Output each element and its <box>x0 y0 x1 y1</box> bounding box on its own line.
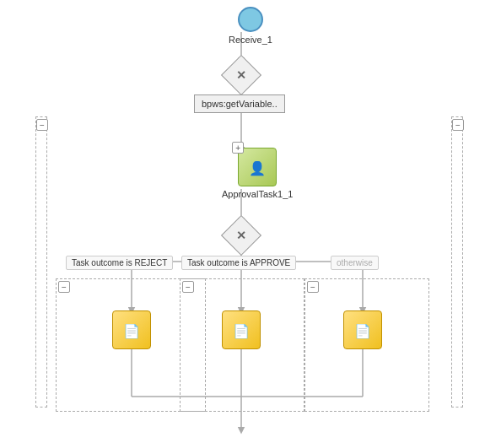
getvariable-rect: bpws:getVariable.. <box>194 94 285 113</box>
left-outer-container: − <box>35 116 47 408</box>
diamond1-node[interactable]: ✕ <box>227 61 256 89</box>
task2-shape <box>222 310 261 349</box>
approvaltask-shape: + <box>238 148 277 186</box>
task2-node[interactable] <box>222 310 261 349</box>
left-outer-collapse[interactable]: − <box>36 119 48 131</box>
approvaltask-node[interactable]: + ApprovalTask1_1 <box>222 148 293 199</box>
task3-node[interactable] <box>343 310 382 349</box>
approvaltask-label: ApprovalTask1_1 <box>222 189 293 199</box>
branch3-collapse[interactable]: − <box>307 281 319 293</box>
diamond1-wrapper: ✕ <box>227 61 256 89</box>
task1-shape <box>112 310 151 349</box>
diamond1-shape: ✕ <box>221 55 261 95</box>
receive-node[interactable]: Receive_1 <box>229 7 272 45</box>
receive-label: Receive_1 <box>229 35 272 45</box>
approvaltask-icon <box>249 158 266 177</box>
diamond2-node[interactable]: ✕ <box>227 221 256 250</box>
task1-icon <box>123 321 140 340</box>
right-outer-container: − <box>451 116 463 408</box>
approvaltask-expand[interactable]: + <box>232 142 244 154</box>
diamond2-xmark: ✕ <box>236 229 246 241</box>
receive-circle <box>238 7 263 32</box>
diamond2-shape: ✕ <box>221 215 261 256</box>
diamond2-wrapper: ✕ <box>227 221 256 250</box>
getvariable-label: bpws:getVariable.. <box>202 99 278 109</box>
branch2-collapse[interactable]: − <box>182 281 194 293</box>
diamond1-xmark: ✕ <box>236 69 246 81</box>
right-outer-collapse[interactable]: − <box>452 119 464 131</box>
workflow-canvas: Receive_1 ✕ bpws:getVariable.. + Approva… <box>0 0 485 448</box>
getvariable-node[interactable]: bpws:getVariable.. <box>194 94 285 113</box>
condition-approve-label: Task outcome is APPROVE <box>181 256 296 270</box>
task1-node[interactable] <box>112 310 151 349</box>
branch1-collapse[interactable]: − <box>58 281 70 293</box>
condition-otherwise-label: otherwise <box>331 256 379 270</box>
task3-shape <box>343 310 382 349</box>
task3-icon <box>354 321 371 340</box>
task2-icon <box>233 321 250 340</box>
condition-reject-label: Task outcome is REJECT <box>66 256 173 270</box>
